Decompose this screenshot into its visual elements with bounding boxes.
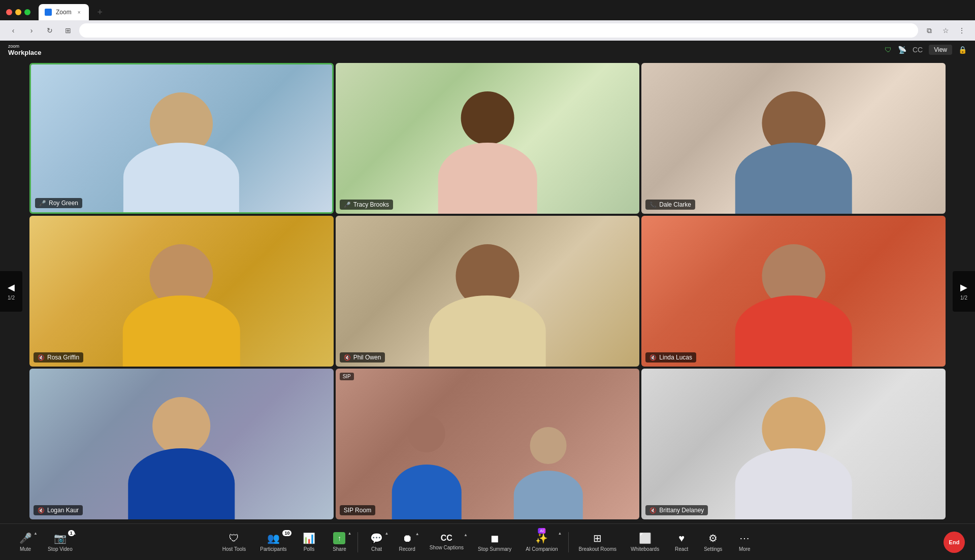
name-label-rosa-griffin: Rosa Griffin [47, 354, 79, 361]
participants-badge: 10 [282, 530, 291, 536]
participants-icon: 👥 [267, 532, 280, 544]
breakout-rooms-button[interactable]: ⊞ Breakout Rooms [572, 529, 624, 555]
ai-companion-button[interactable]: ▲ AI ✨ AI Companion [518, 529, 565, 555]
video-tile-linda-lucas: 🔇 Linda Lucas [641, 216, 946, 367]
captions-icon: CC [441, 534, 452, 543]
share-button[interactable]: ▲ ↑ Share [324, 529, 354, 555]
picture-in-picture-button[interactable]: ⧉ [922, 23, 936, 38]
participants-button[interactable]: 10 👥 Participants [253, 529, 294, 555]
right-page-indicator: 1/2 [960, 295, 967, 301]
end-button[interactable]: End [944, 532, 965, 553]
name-tag-logan-kaur: 🔇 Logan Kaur [34, 505, 83, 515]
tabs-button[interactable]: ⊞ [61, 23, 75, 38]
right-arrow-icon: ▶ [960, 282, 967, 293]
name-tag-roy-green: 🎤 Roy Green [35, 198, 82, 208]
minimize-window-button[interactable] [15, 9, 21, 15]
browser-chrome: Zoom × + ‹ › ↻ ⊞ ⧉ ☆ ⋮ [0, 0, 975, 41]
video-background-rosa-griffin [29, 216, 334, 367]
ai-companion-badge: AI [538, 528, 546, 534]
host-tools-button[interactable]: 🛡 Host Tools [215, 530, 253, 555]
video-background-logan-kaur [29, 369, 334, 519]
chat-button[interactable]: ▲ 💬 Chat [361, 529, 392, 555]
bookmark-button[interactable]: ☆ [938, 23, 953, 38]
more-icon: ⋯ [739, 532, 750, 544]
video-tile-roy-green: 🎤 Roy Green [29, 63, 334, 214]
video-grid: 🎤 Roy Green 🎤 Tracy Brooks [29, 63, 946, 519]
share-chevron-icon: ▲ [348, 531, 352, 536]
toolbar-separator-1 [358, 532, 358, 552]
mute-button[interactable]: ▲ 🎤 Mute [10, 529, 41, 555]
forward-button[interactable]: › [24, 23, 39, 38]
whiteboards-button[interactable]: ⬜ Whiteboards [624, 529, 666, 555]
name-tag-dale-clarke: 📞 Dale Clarke [645, 200, 695, 210]
video-background-tracy-brooks [336, 63, 640, 214]
record-label: Record [399, 546, 415, 552]
react-button[interactable]: ♥ React [666, 530, 697, 555]
share-icon: ↑ [333, 532, 345, 544]
screen-share-icon: 📡 [898, 46, 906, 54]
toolbar-right-section: End [939, 532, 965, 553]
nav-prev-button[interactable]: ◀ 1/2 [0, 271, 22, 312]
zoom-header: zoom Workplace 🛡 📡 CC View 🔒 [0, 41, 975, 59]
name-tag-rosa-griffin: 🔇 Rosa Griffin [34, 352, 83, 363]
settings-icon: ⚙ [708, 532, 718, 544]
zoom-header-right: 🛡 📡 CC View 🔒 [885, 45, 967, 55]
tab-bar: Zoom × + [0, 0, 975, 20]
muted-icon-brittany-delaney: 🔇 [649, 507, 657, 514]
record-button[interactable]: ▲ ⏺ Record [392, 530, 422, 555]
phone-icon-dale-clarke: 📞 [649, 202, 657, 208]
whiteboards-icon: ⬜ [639, 532, 652, 544]
stop-video-button[interactable]: ▲ 1 📷 Stop Video [41, 529, 80, 555]
chat-chevron-icon: ▲ [385, 531, 389, 536]
refresh-button[interactable]: ↻ [43, 23, 57, 38]
record-icon: ⏺ [402, 533, 412, 544]
mic-icon-roy-green: 🎤 [39, 200, 46, 207]
view-button[interactable]: View [929, 45, 952, 55]
video-background-sip-room [336, 369, 640, 519]
settings-button[interactable]: ⚙ Settings [697, 529, 729, 555]
name-label-linda-lucas: Linda Lucas [659, 354, 692, 361]
captions-header-icon: CC [913, 46, 923, 54]
browser-tab-zoom[interactable]: Zoom × [39, 4, 89, 20]
stop-summary-icon: ◼ [491, 532, 499, 544]
close-window-button[interactable] [6, 9, 12, 15]
zoom-logo-top: zoom [8, 44, 42, 49]
name-tag-brittany-delaney: 🔇 Brittany Delaney [645, 505, 708, 515]
tab-close-button[interactable]: × [76, 9, 83, 16]
zoom-logo: zoom Workplace [8, 44, 42, 56]
muted-icon-logan-kaur: 🔇 [38, 507, 45, 514]
video-background-linda-lucas [641, 216, 946, 367]
nav-next-button[interactable]: ▶ 1/2 [953, 271, 975, 312]
address-bar[interactable] [79, 23, 918, 38]
video-tile-tracy-brooks: 🎤 Tracy Brooks [336, 63, 640, 214]
camera-icon: 📷 [54, 532, 67, 544]
new-tab-button[interactable]: + [93, 5, 107, 19]
fullscreen-window-button[interactable] [24, 9, 30, 15]
share-icon-wrapper: ↑ [333, 532, 345, 544]
video-background-brittany-delaney [641, 369, 946, 519]
share-label: Share [333, 546, 346, 552]
video-tile-sip-room: SIP SIP Room [336, 369, 640, 519]
host-tools-icon: 🛡 [229, 533, 239, 544]
name-tag-sip-room: SIP Room [340, 505, 375, 515]
stop-summary-button[interactable]: ◼ Stop Summary [471, 529, 518, 555]
show-captions-chevron-icon: ▲ [464, 533, 468, 537]
polls-button[interactable]: 📊 Polls [294, 529, 324, 555]
show-captions-button[interactable]: ▲ CC Show Captions [422, 531, 471, 553]
name-label-tracy-brooks: Tracy Brooks [353, 201, 389, 208]
left-page-indicator: 1/2 [8, 295, 15, 301]
more-label: More [739, 546, 751, 552]
zoom-app: zoom Workplace 🛡 📡 CC View 🔒 ◀ 1/2 [0, 41, 975, 560]
video-background-dale-clarke [641, 63, 946, 214]
show-captions-label: Show Captions [430, 545, 464, 550]
browser-menu-button[interactable]: ⋮ [955, 23, 969, 38]
name-label-phil-owen: Phil Owen [353, 354, 381, 361]
sip-badge: SIP [340, 373, 354, 380]
mute-chevron-icon: ▲ [34, 531, 38, 536]
polls-icon: 📊 [303, 532, 315, 544]
stop-summary-label: Stop Summary [478, 546, 511, 552]
more-button[interactable]: ⋯ More [729, 529, 760, 555]
stop-video-label: Stop Video [48, 546, 73, 552]
back-button[interactable]: ‹ [6, 23, 20, 38]
video-tile-rosa-griffin: 🔇 Rosa Griffin [29, 216, 334, 367]
